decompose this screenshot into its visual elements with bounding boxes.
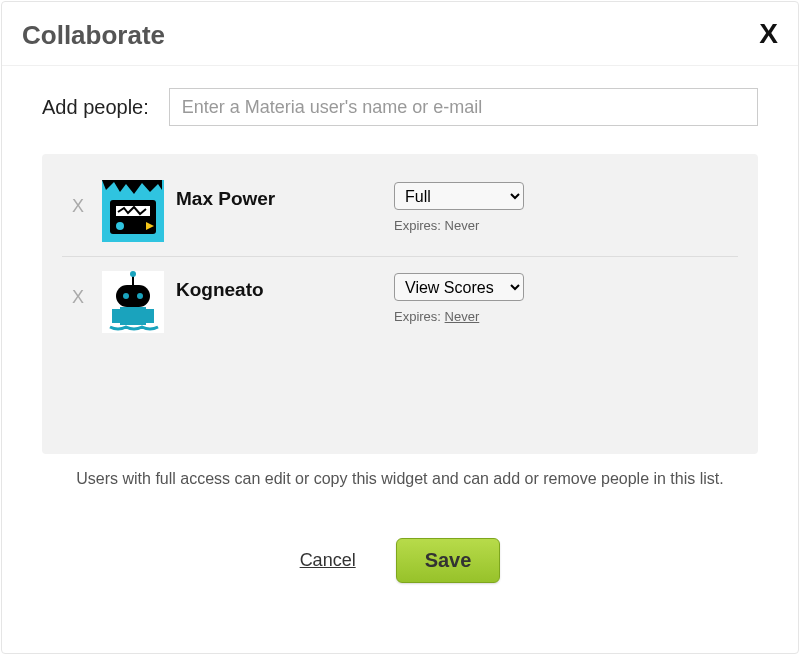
person-name-col: Kogneato [164, 271, 394, 301]
dialog-header: Collaborate X [2, 2, 798, 66]
expires-label: Expires: [394, 218, 441, 233]
remove-person-icon[interactable]: X [72, 287, 84, 308]
svg-rect-1 [110, 200, 156, 234]
collaborate-dialog: Collaborate X Add people: X Max [1, 1, 799, 654]
svg-point-3 [116, 222, 124, 230]
svg-point-9 [123, 293, 129, 299]
svg-rect-8 [116, 285, 150, 307]
permission-select[interactable]: Full View Scores [394, 273, 524, 301]
add-people-input[interactable] [169, 88, 758, 126]
person-row: X Max Power Full View Scores [62, 166, 738, 257]
avatar [102, 271, 164, 333]
remove-person-icon[interactable]: X [72, 196, 84, 217]
dialog-title: Collaborate [22, 20, 165, 51]
dialog-buttons: Cancel Save [2, 538, 798, 583]
close-icon[interactable]: X [759, 20, 778, 48]
svg-rect-11 [120, 307, 146, 325]
person-row: X Kogneato [62, 257, 738, 347]
expires-value[interactable]: Never [445, 309, 480, 324]
people-list: X Max Power Full View Scores [42, 154, 758, 454]
expires-label: Expires: [394, 309, 441, 324]
add-people-row: Add people: [2, 66, 798, 136]
expires-label-row: Expires: Never [394, 218, 524, 233]
svg-point-7 [130, 271, 136, 277]
help-text: Users with full access can edit or copy … [2, 470, 798, 488]
person-name: Kogneato [176, 279, 394, 301]
permission-col: Full View Scores Expires: Never [394, 271, 524, 324]
add-people-label: Add people: [42, 96, 149, 119]
cancel-button[interactable]: Cancel [300, 550, 356, 571]
save-button[interactable]: Save [396, 538, 501, 583]
permission-select[interactable]: Full View Scores [394, 182, 524, 210]
avatar [102, 180, 164, 242]
svg-point-10 [137, 293, 143, 299]
svg-rect-13 [146, 309, 154, 323]
svg-rect-12 [112, 309, 120, 323]
permission-col: Full View Scores Expires: Never [394, 180, 524, 233]
person-name-col: Max Power [164, 180, 394, 210]
expires-value[interactable]: Never [445, 218, 480, 233]
expires-label-row: Expires: Never [394, 309, 524, 324]
person-name: Max Power [176, 188, 394, 210]
